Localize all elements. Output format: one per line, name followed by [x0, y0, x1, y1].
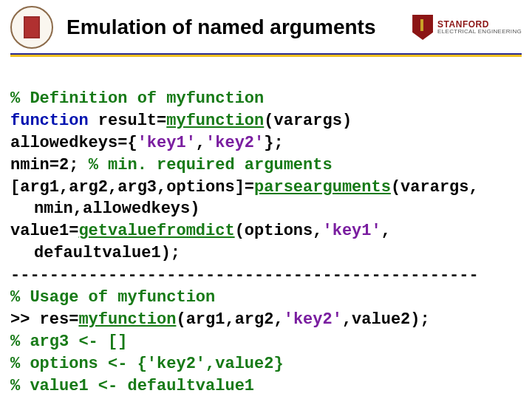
code-comment: % options <- {'key2',value2}: [10, 355, 284, 373]
code-line: % Definition of myfunction: [10, 89, 264, 108]
header-divider: [10, 53, 522, 57]
code-text: };: [264, 134, 283, 152]
stanford-seal-icon: [10, 6, 53, 49]
code-func: parsearguments: [254, 178, 391, 197]
code-text: allowedkeys={: [10, 134, 137, 152]
code-cont: defaultvalue1);: [10, 242, 522, 265]
code-string: 'key2': [284, 310, 342, 329]
seal-tower-icon: [24, 16, 40, 38]
code-text: value1=: [10, 222, 78, 240]
code-text: [arg1,arg2,arg3,options]=: [10, 178, 254, 197]
code-text: ,: [381, 222, 391, 240]
shield-icon: [412, 15, 433, 40]
code-string: 'key1': [322, 222, 381, 240]
code-text: ,: [196, 134, 205, 152]
code-comment: % value1 <- defaultvalue1: [10, 377, 254, 395]
code-text: ----------------------------------------…: [10, 266, 479, 284]
code-func: myfunction: [166, 112, 264, 130]
logo-text: STANFORD ELECTRICAL ENGINEERING: [437, 20, 522, 35]
slide-title: Emulation of named arguments: [62, 16, 403, 39]
code-text: (varargs,: [391, 178, 479, 197]
code-text: (varargs): [264, 112, 352, 130]
code-comment: % Usage of myfunction: [10, 288, 215, 307]
code-cont: nmin,allowedkeys): [10, 198, 522, 220]
code-comment: % min. required arguments: [89, 156, 332, 174]
code-text: (options,: [235, 222, 323, 240]
code-text: result=: [89, 112, 167, 130]
code-func: myfunction: [78, 310, 176, 329]
slide-header: Emulation of named arguments STANFORD EL…: [0, 0, 532, 52]
code-string: 'key2': [205, 134, 264, 152]
code-string: 'key1': [137, 134, 196, 152]
code-text: >> res=: [10, 310, 78, 329]
code-text: (arg1,arg2,: [176, 310, 283, 329]
code-func: getvaluefromdict: [78, 222, 234, 240]
code-block: % Definition of myfunction function resu…: [0, 66, 532, 398]
code-text: nmin=2;: [10, 156, 89, 174]
logo-line2: ELECTRICAL ENGINEERING: [437, 29, 522, 35]
stanford-ee-logo: STANFORD ELECTRICAL ENGINEERING: [412, 15, 522, 40]
code-keyword: function: [10, 112, 89, 130]
code-comment: % arg3 <- []: [10, 332, 127, 351]
code-text: ,value2);: [342, 310, 430, 329]
